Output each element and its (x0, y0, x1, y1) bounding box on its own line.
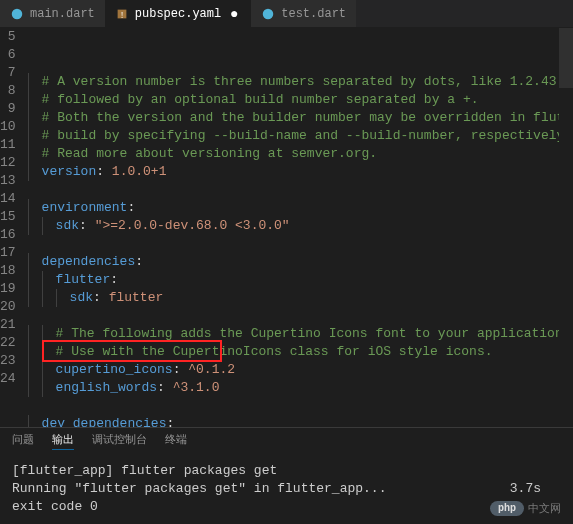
watermark-badge: php (490, 501, 524, 516)
tab-main-dart[interactable]: main.dart (0, 0, 105, 27)
code-line[interactable]: sdk: flutter (28, 289, 573, 307)
tab-test-dart[interactable]: test.dart (251, 0, 356, 27)
code-line[interactable]: # Use with the CupertinoIcons class for … (28, 343, 573, 361)
line-number: 23 (0, 352, 16, 370)
code-line[interactable]: sdk: ">=2.0.0-dev.68.0 <3.0.0" (28, 217, 573, 235)
tab-label: pubspec.yaml (135, 7, 221, 21)
line-number: 17 (0, 244, 16, 262)
panel-tab-debug-console[interactable]: 调试控制台 (92, 432, 147, 450)
line-number: 13 (0, 172, 16, 190)
panel-tab-problems[interactable]: 问题 (12, 432, 34, 450)
line-number: 6 (0, 46, 16, 64)
tab-label: test.dart (281, 7, 346, 21)
editor[interactable]: 56789101112131415161718192021222324 # A … (0, 28, 573, 427)
line-number: 9 (0, 100, 16, 118)
panel-tab-terminal[interactable]: 终端 (165, 432, 187, 450)
code-line[interactable]: dev_dependencies: (28, 415, 573, 427)
line-number: 15 (0, 208, 16, 226)
code-line[interactable]: environment: (28, 199, 573, 217)
dart-icon (10, 7, 24, 21)
code-line[interactable]: dependencies: (28, 253, 573, 271)
minimap-slider[interactable] (559, 28, 573, 88)
line-number: 22 (0, 334, 16, 352)
dart-icon (261, 7, 275, 21)
code-line[interactable]: english_words: ^3.1.0 (28, 379, 573, 397)
minimap[interactable] (559, 28, 573, 427)
tab-bar: main.dart ! pubspec.yaml ● test.dart (0, 0, 573, 28)
line-number: 5 (0, 28, 16, 46)
line-number: 10 (0, 118, 16, 136)
output-line: exit code 0 (12, 498, 561, 516)
line-number: 24 (0, 370, 16, 388)
panel-tab-output[interactable]: 输出 (52, 432, 74, 450)
code-line[interactable] (28, 397, 573, 415)
svg-point-0 (12, 8, 23, 19)
line-number: 16 (0, 226, 16, 244)
code-line[interactable]: # Both the version and the builder numbe… (28, 109, 573, 127)
output-content[interactable]: [flutter_app] flutter packages getRunnin… (0, 454, 573, 524)
line-number: 19 (0, 280, 16, 298)
line-number: 20 (0, 298, 16, 316)
code-line[interactable]: flutter: (28, 271, 573, 289)
code-line[interactable]: cupertino_icons: ^0.1.2 (28, 361, 573, 379)
code-area[interactable]: # A version number is three numbers sepa… (28, 28, 573, 427)
line-number: 18 (0, 262, 16, 280)
line-number: 21 (0, 316, 16, 334)
bottom-panel: 问题 输出 调试控制台 终端 [flutter_app] flutter pac… (0, 427, 573, 524)
line-number: 7 (0, 64, 16, 82)
code-line[interactable]: # followed by an optional build number s… (28, 91, 573, 109)
line-number: 8 (0, 82, 16, 100)
tab-label: main.dart (30, 7, 95, 21)
line-number-gutter: 56789101112131415161718192021222324 (0, 28, 28, 427)
code-line[interactable] (28, 181, 573, 199)
code-line[interactable]: # A version number is three numbers sepa… (28, 73, 573, 91)
watermark-text: 中文网 (528, 501, 561, 516)
code-line[interactable] (28, 235, 573, 253)
dirty-indicator-icon[interactable]: ● (227, 7, 241, 21)
output-line: [flutter_app] flutter packages get (12, 462, 561, 480)
panel-tab-bar: 问题 输出 调试控制台 终端 (0, 428, 573, 454)
code-line[interactable]: # build by specifying --build-name and -… (28, 127, 573, 145)
yaml-icon: ! (115, 7, 129, 21)
output-line: Running "flutter packages get" in flutte… (12, 480, 561, 498)
code-line[interactable]: version: 1.0.0+1 (28, 163, 573, 181)
code-line[interactable]: # The following adds the Cupertino Icons… (28, 325, 573, 343)
svg-text:!: ! (121, 10, 124, 19)
watermark: php 中文网 (490, 501, 561, 516)
tab-pubspec-yaml[interactable]: ! pubspec.yaml ● (105, 0, 251, 27)
line-number: 12 (0, 154, 16, 172)
line-number: 14 (0, 190, 16, 208)
svg-point-3 (263, 8, 274, 19)
line-number: 11 (0, 136, 16, 154)
code-line[interactable] (28, 307, 573, 325)
code-line[interactable]: # Read more about versioning at semver.o… (28, 145, 573, 163)
